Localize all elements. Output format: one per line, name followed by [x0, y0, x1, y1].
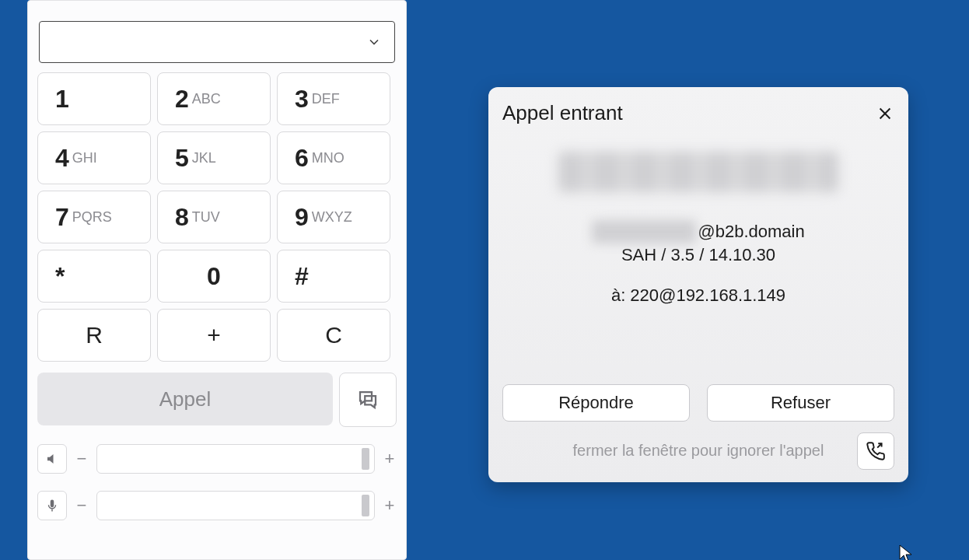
- key-hash[interactable]: #: [277, 250, 390, 303]
- key-3[interactable]: 3DEF: [277, 72, 390, 125]
- key-9[interactable]: 9WXYZ: [277, 191, 390, 243]
- call-destination: à: 220@192.168.1.149: [611, 284, 785, 307]
- speaker-volume-row: − +: [37, 444, 397, 474]
- popup-title: Appel entrant: [502, 101, 623, 125]
- speaker-volume-slider[interactable]: [96, 444, 375, 474]
- mic-toggle-button[interactable]: [37, 491, 67, 520]
- number-input-combo[interactable]: [39, 21, 395, 63]
- mic-slider-thumb[interactable]: [362, 495, 369, 516]
- key-0[interactable]: 0: [157, 250, 271, 303]
- key-1[interactable]: 1: [37, 72, 151, 125]
- caller-address-redacted-part: [592, 220, 696, 243]
- call-button-label: Appel: [159, 387, 212, 411]
- chevron-down-icon: [366, 34, 382, 50]
- key-plus[interactable]: +: [157, 309, 271, 362]
- forward-call-icon: [866, 441, 886, 461]
- speaker-minus-button[interactable]: −: [75, 449, 89, 469]
- speaker-toggle-button[interactable]: [37, 444, 67, 474]
- key-star[interactable]: *: [37, 250, 151, 303]
- key-5[interactable]: 5JKL: [157, 131, 271, 184]
- key-2[interactable]: 2ABC: [157, 72, 271, 125]
- key-4[interactable]: 4GHI: [37, 131, 151, 184]
- reject-button-label: Refuser: [771, 393, 831, 413]
- microphone-icon: [45, 499, 59, 513]
- speaker-slider-thumb[interactable]: [362, 448, 369, 470]
- key-clear[interactable]: C: [277, 309, 390, 362]
- caller-meta: SAH / 3.5 / 14.10.30: [621, 243, 775, 267]
- mouse-cursor-icon: [899, 544, 913, 560]
- svg-rect-0: [51, 509, 53, 512]
- mic-plus-button[interactable]: +: [383, 495, 397, 516]
- call-button[interactable]: Appel: [37, 373, 333, 425]
- mic-volume-slider[interactable]: [96, 491, 375, 520]
- key-7[interactable]: 7PQRS: [37, 191, 151, 243]
- forward-call-button[interactable]: [857, 432, 894, 470]
- close-button[interactable]: [876, 104, 894, 123]
- speaker-plus-button[interactable]: +: [383, 449, 397, 469]
- ignore-hint: fermer la fenêtre pour ignorer l'appel: [573, 442, 824, 460]
- key-8[interactable]: 8TUV: [157, 191, 271, 243]
- mic-volume-row: − +: [37, 491, 397, 520]
- dialer-panel: 1 2ABC 3DEF 4GHI 5JKL 6MNO 7PQRS 8TUV 9W…: [27, 0, 407, 560]
- key-6[interactable]: 6MNO: [277, 131, 390, 184]
- caller-address-domain: @b2b.domain: [698, 220, 804, 243]
- answer-button[interactable]: Répondre: [502, 384, 690, 422]
- mic-minus-button[interactable]: −: [75, 495, 89, 516]
- caller-name-redacted: [558, 152, 838, 192]
- incoming-call-popup: Appel entrant @b2b.domain SAH / 3.5 / 14…: [488, 87, 908, 482]
- reject-button[interactable]: Refuser: [707, 384, 894, 422]
- chat-button[interactable]: [339, 373, 397, 427]
- speaker-icon: [45, 452, 59, 466]
- chat-icon: [356, 388, 380, 411]
- dialpad: 1 2ABC 3DEF 4GHI 5JKL 6MNO 7PQRS 8TUV 9W…: [37, 72, 397, 362]
- caller-address: @b2b.domain: [592, 220, 804, 243]
- close-icon: [876, 105, 894, 122]
- answer-button-label: Répondre: [558, 393, 634, 413]
- key-redial[interactable]: R: [37, 309, 151, 362]
